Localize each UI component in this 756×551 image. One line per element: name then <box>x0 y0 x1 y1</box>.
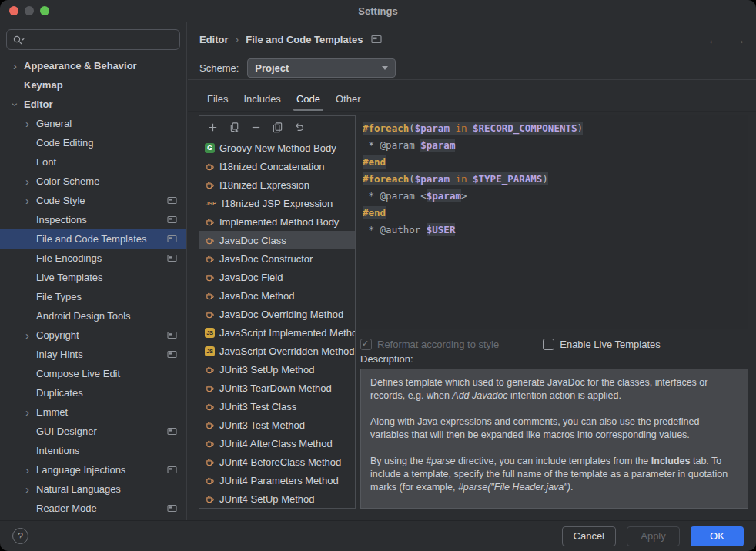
code-token: $RECORD_COMPONENTS <box>473 122 577 135</box>
template-item-i18nized-concatenation[interactable]: I18nized Concatenation <box>199 157 355 175</box>
chevron-right-icon[interactable]: › <box>22 484 33 495</box>
reformat-checkbox[interactable] <box>360 339 372 350</box>
template-item-javascript-overridden-method[interactable]: JSJavaScript Overridden Method <box>199 342 355 360</box>
minimize-window-button[interactable] <box>25 6 34 15</box>
template-item-junit4-afterclass-method[interactable]: JUnit4 AfterClass Method <box>199 434 355 452</box>
template-item-junit3-setup-method[interactable]: JUnit3 SetUp Method <box>199 360 355 379</box>
template-item-javascript-implemented-method[interactable]: JSJavaScript Implemented Method <box>199 323 355 342</box>
code-token: > <box>461 189 467 202</box>
sidebar-item-language-injections[interactable]: ›Language Injections <box>0 460 186 479</box>
sidebar-item-font[interactable]: Font <box>0 152 186 172</box>
template-item-junit3-teardown-method[interactable]: JUnit3 TearDown Method <box>199 379 355 397</box>
code-editor[interactable]: #foreach($param in $RECORD_COMPONENTS) *… <box>360 115 748 329</box>
search-input[interactable] <box>27 34 174 45</box>
template-item-javadoc-field[interactable]: JavaDoc Field <box>199 268 355 286</box>
java-cup-icon-wrap <box>205 254 215 264</box>
apply-button[interactable]: Apply <box>627 526 680 546</box>
sidebar-item-appearance-behavior[interactable]: ›Appearance & Behavior <box>0 56 186 75</box>
sidebar-tree: ›Appearance & BehaviorKeymap›Editor›Gene… <box>0 56 186 518</box>
sidebar-item-editor[interactable]: ›Editor <box>0 95 186 114</box>
template-item-label: JavaScript Implemented Method <box>219 327 355 339</box>
screen-icon-wrap <box>167 331 177 339</box>
sidebar-item-reader-mode[interactable]: Reader Mode <box>0 499 186 518</box>
screen-icon <box>167 504 177 513</box>
java-cup-icon <box>205 254 215 264</box>
sidebar-item-live-templates[interactable]: Live Templates <box>0 268 186 287</box>
template-item-label: I18nized JSP Expression <box>222 198 333 209</box>
template-item-i18nized-jsp-expression[interactable]: JSPI18nized JSP Expression <box>199 194 355 212</box>
close-window-button[interactable] <box>9 6 18 15</box>
plus-icon <box>207 122 219 133</box>
sidebar-item-copyright[interactable]: ›Copyright <box>0 326 186 345</box>
sidebar-item-label: Language Injections <box>33 464 167 476</box>
sidebar-item-file-encodings[interactable]: File Encodings <box>0 249 186 268</box>
help-button[interactable]: ? <box>12 528 28 544</box>
sidebar-item-code-style[interactable]: ›Code Style <box>0 191 186 210</box>
sidebar-item-compose-live-edit[interactable]: Compose Live Edit <box>0 364 186 383</box>
template-item-implemented-method-body[interactable]: Implemented Method Body <box>199 212 355 231</box>
settings-search[interactable] <box>6 29 180 50</box>
sidebar-item-file-types[interactable]: File Types <box>0 287 186 306</box>
template-item-i18nized-expression[interactable]: I18nized Expression <box>199 175 355 194</box>
template-item-javadoc-constructor[interactable]: JavaDoc Constructor <box>199 249 355 268</box>
sidebar-item-general[interactable]: ›General <box>0 114 186 133</box>
sidebar-item-natural-languages[interactable]: ›Natural Languages <box>0 479 186 499</box>
sidebar-item-file-and-code-templates[interactable]: File and Code Templates <box>0 229 186 249</box>
template-item-label: JavaScript Overridden Method <box>219 346 355 357</box>
description-box[interactable]: Defines template which used to generate … <box>360 369 748 509</box>
tab-includes[interactable]: Includes <box>236 87 288 111</box>
chevron-right-icon[interactable]: › <box>22 195 33 206</box>
screen-icon <box>167 427 177 436</box>
sidebar-item-inlay-hints[interactable]: Inlay Hints <box>0 345 186 364</box>
chevron-right-icon[interactable]: › <box>22 119 33 129</box>
sidebar-item-intentions[interactable]: Intentions <box>0 441 186 460</box>
live-templates-checkbox[interactable] <box>543 339 554 350</box>
reset-template-button[interactable] <box>289 119 309 136</box>
code-token: ( <box>409 122 415 135</box>
template-item-junit4-setup-method[interactable]: JUnit4 SetUp Method <box>199 489 355 508</box>
back-arrow-icon[interactable]: ← <box>707 33 719 46</box>
copy-template-button[interactable] <box>268 119 287 136</box>
live-templates-option[interactable]: Enable Live Templates <box>543 339 661 350</box>
template-item-javadoc-method[interactable]: JavaDoc Method <box>199 286 355 305</box>
cancel-button[interactable]: Cancel <box>562 526 616 546</box>
reformat-option[interactable]: Reformat according to style <box>360 339 499 350</box>
ok-button[interactable]: OK <box>691 526 744 546</box>
sidebar-item-label: Code Style <box>33 195 167 206</box>
template-item-junit3-test-class[interactable]: JUnit3 Test Class <box>199 397 355 416</box>
tab-files[interactable]: Files <box>199 87 236 111</box>
forward-arrow-icon[interactable]: → <box>734 33 745 46</box>
chevron-right-icon[interactable]: › <box>22 407 33 418</box>
zoom-window-button[interactable] <box>40 6 49 15</box>
chevron-right-icon[interactable]: › <box>22 176 33 187</box>
template-item-junit3-test-method[interactable]: JUnit3 Test Method <box>199 416 355 434</box>
template-item-javadoc-class[interactable]: JavaDoc Class <box>199 231 355 249</box>
scheme-row: Scheme: Project <box>199 58 396 78</box>
chevron-right-icon[interactable]: › <box>22 330 33 341</box>
sidebar-item-emmet[interactable]: ›Emmet <box>0 402 186 422</box>
tabs: FilesIncludesCodeOther <box>188 87 756 112</box>
duplicate-template-button[interactable] <box>225 119 244 136</box>
tab-code[interactable]: Code <box>289 87 328 111</box>
sidebar-item-gui-designer[interactable]: GUI Designer <box>0 422 186 441</box>
chevron-right-icon[interactable]: › <box>9 61 21 72</box>
scheme-dropdown[interactable]: Project <box>247 58 396 78</box>
remove-template-button[interactable] <box>246 119 266 136</box>
sidebar-item-code-editing[interactable]: Code Editing <box>0 133 186 152</box>
template-item-groovy-new-method-body[interactable]: GGroovy New Method Body <box>199 139 355 157</box>
scheme-value: Project <box>255 62 289 74</box>
sidebar-item-color-scheme[interactable]: ›Color Scheme <box>0 172 186 191</box>
sidebar-item-duplicates[interactable]: Duplicates <box>0 383 186 402</box>
chevron-right-icon[interactable]: › <box>22 465 33 476</box>
template-item-junit4-parameters-method[interactable]: JUnit4 Parameters Method <box>199 471 355 489</box>
sidebar-item-android-design-tools[interactable]: Android Design Tools <box>0 306 186 326</box>
breadcrumb-editor[interactable]: Editor <box>199 34 229 45</box>
sidebar-item-keymap[interactable]: Keymap <box>0 75 186 95</box>
java-cup-icon <box>205 235 215 245</box>
template-item-javadoc-overriding-method[interactable]: JavaDoc Overriding Method <box>199 305 355 323</box>
tab-other[interactable]: Other <box>328 87 369 111</box>
sidebar-item-inspections[interactable]: Inspections <box>0 210 186 229</box>
chevron-down-icon[interactable]: › <box>10 99 21 110</box>
add-template-button[interactable] <box>203 119 222 136</box>
template-item-junit4-beforeclass-method[interactable]: JUnit4 BeforeClass Method <box>199 452 355 471</box>
